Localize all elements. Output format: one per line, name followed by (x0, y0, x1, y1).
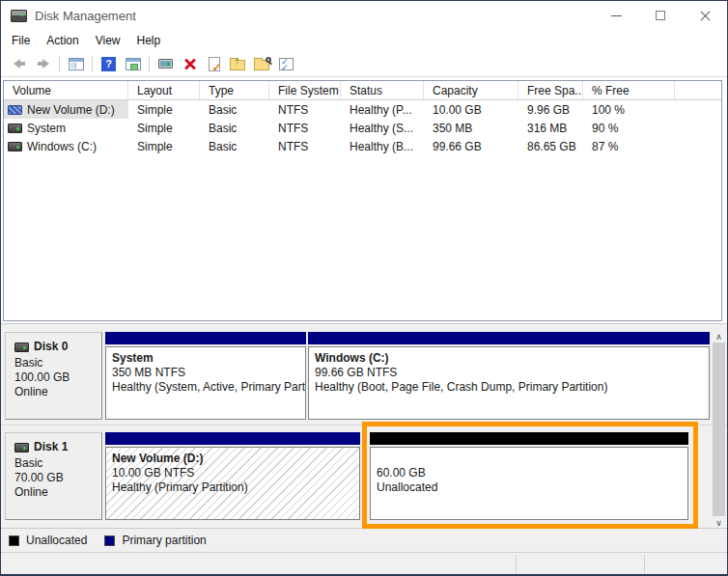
unallocated-color-bar (370, 432, 688, 445)
unallocated-swatch-icon (9, 535, 19, 546)
extend-button[interactable] (227, 53, 249, 74)
column-header-capacity[interactable]: Capacity (424, 81, 518, 99)
partition-system[interactable]: System 350 MB NTFS Healthy (System, Acti… (105, 332, 306, 420)
legend-item-unallocated: Unallocated (9, 534, 87, 547)
partition-title: New Volume (D:) (112, 452, 353, 466)
back-button[interactable] (8, 53, 30, 74)
toolbar-separator (149, 56, 150, 72)
volume-drive-icon (8, 123, 22, 133)
disk0-name-row: Disk 0 (14, 340, 101, 354)
settings-button[interactable] (275, 53, 297, 74)
window-title: Disk Management (35, 9, 136, 23)
menubar: File Action View Help (1, 30, 727, 51)
legend-bar: Unallocated Primary partition (1, 528, 727, 552)
partition-new-volume-d[interactable]: New Volume (D:) 10.00 GB NTFS Healthy (P… (105, 432, 360, 520)
volume-drive-icon (8, 142, 22, 151)
volume-row-system[interactable]: System Simple Basic NTFS Healthy (S... 3… (4, 119, 721, 137)
volume-list-header: Volume Layout Type File System Status Ca… (4, 81, 721, 100)
disk0-label[interactable]: Disk 0 Basic 100.00 GB Online (5, 332, 102, 420)
disk-graphical-pane: Disk 0 Basic 100.00 GB Online System 350… (1, 323, 727, 528)
menu-item-view[interactable]: View (96, 34, 121, 47)
volume-name: Windows (C:) (27, 140, 97, 153)
disk-status: Online (14, 485, 101, 500)
file-system-cell: NTFS (269, 137, 341, 155)
partition-title: System (112, 351, 299, 366)
volume-list-pane: Volume Layout Type File System Status Ca… (1, 78, 727, 323)
maximize-button[interactable] (638, 1, 683, 30)
status-separator (644, 555, 645, 573)
menu-item-file[interactable]: File (12, 34, 30, 47)
disk-kind: Basic (14, 456, 101, 471)
column-header-layout[interactable]: Layout (128, 81, 200, 99)
primary-partition-color-bar (105, 332, 306, 344)
column-header-status[interactable]: Status (341, 81, 424, 99)
volume-row-windows-c[interactable]: Windows (C:) Simple Basic NTFS Healthy (… (4, 137, 721, 155)
disk-name: Disk 1 (34, 440, 68, 454)
folder-up-icon (230, 56, 247, 71)
free-space-cell: 86.65 GB (518, 137, 583, 155)
properties-button[interactable] (154, 53, 177, 74)
unallocated-size: 60.00 GB (377, 466, 682, 480)
type-cell: Basic (200, 137, 269, 155)
type-cell: Basic (200, 100, 269, 119)
disk-icon (14, 343, 29, 352)
delete-button[interactable] (179, 53, 201, 74)
menu-item-help[interactable]: Help (137, 34, 161, 47)
status-cell: Healthy (P... (341, 100, 424, 119)
close-icon (699, 10, 712, 22)
maximize-icon (656, 11, 665, 20)
partition-health: Healthy (Boot, Page File, Crash Dump, Pr… (315, 380, 703, 395)
partition-size: 10.00 GB NTFS (112, 466, 353, 480)
layout-cell: Simple (128, 100, 200, 119)
partition-body: Windows (C:) 99.66 GB NTFS Healthy (Boot… (308, 346, 710, 420)
unallocated-title (377, 452, 682, 466)
explore-button[interactable] (251, 53, 273, 74)
minimize-button[interactable] (594, 1, 638, 30)
legend-label: Primary partition (122, 534, 206, 547)
partition-size: 99.66 GB NTFS (315, 366, 703, 380)
column-header-file-system[interactable]: File System (269, 81, 341, 99)
vertical-scrollbar[interactable] (713, 330, 725, 529)
disk-capacity: 70.00 GB (14, 471, 101, 485)
app-disk-icon (11, 10, 27, 22)
column-header-volume[interactable]: Volume (4, 81, 128, 99)
unallocated-body: 60.00 GB Unallocated (370, 447, 688, 520)
column-header-free-space[interactable]: Free Spa... (518, 81, 583, 99)
scrollbar-thumb[interactable] (713, 343, 725, 516)
primary-partition-color-bar (308, 332, 710, 344)
column-header-type[interactable]: Type (200, 81, 269, 99)
mark-partition-button[interactable] (203, 53, 225, 74)
status-cell: Healthy (S... (341, 119, 424, 137)
filler-cell (675, 100, 721, 119)
capacity-cell: 350 MB (424, 119, 518, 137)
unallocated-region[interactable]: 60.00 GB Unallocated (370, 432, 688, 520)
legend-item-primary-partition: Primary partition (104, 534, 206, 547)
forward-arrow-icon (38, 59, 49, 69)
help-button[interactable] (98, 53, 120, 74)
column-header-filler (675, 81, 721, 99)
menu-item-action[interactable]: Action (46, 34, 78, 47)
volume-name: System (27, 122, 66, 135)
show-action-pane-button[interactable] (122, 53, 144, 74)
minimize-icon (611, 15, 622, 16)
partition-windows-c[interactable]: Windows (C:) 99.66 GB NTFS Healthy (Boot… (308, 332, 710, 420)
show-console-tree-button[interactable] (65, 53, 87, 74)
titlebar: Disk Management (1, 1, 727, 30)
close-button[interactable] (683, 1, 727, 30)
volume-cell: Windows (C:) (4, 137, 128, 155)
partition-health: Healthy (Primary Partition) (112, 480, 353, 495)
disk1-label[interactable]: Disk 1 Basic 70.00 GB Online (5, 432, 102, 520)
layout-cell: Simple (128, 119, 200, 137)
partition-body-selected: New Volume (D:) 10.00 GB NTFS Healthy (P… (105, 447, 360, 520)
column-header-pct-free[interactable]: % Free (583, 81, 675, 99)
filler-cell (675, 137, 721, 155)
console-tree-icon (69, 58, 84, 70)
disk-management-window: Disk Management File Action View Help (0, 0, 728, 576)
volume-row-new-volume-d[interactable]: New Volume (D:) Simple Basic NTFS Health… (4, 100, 721, 119)
forward-button[interactable] (32, 53, 54, 74)
layout-cell: Simple (128, 137, 200, 155)
scroll-up-icon[interactable] (713, 330, 725, 343)
volume-cell: System (4, 119, 128, 137)
volume-cell: New Volume (D:) (4, 100, 128, 119)
primary-partition-swatch-icon (104, 535, 115, 546)
